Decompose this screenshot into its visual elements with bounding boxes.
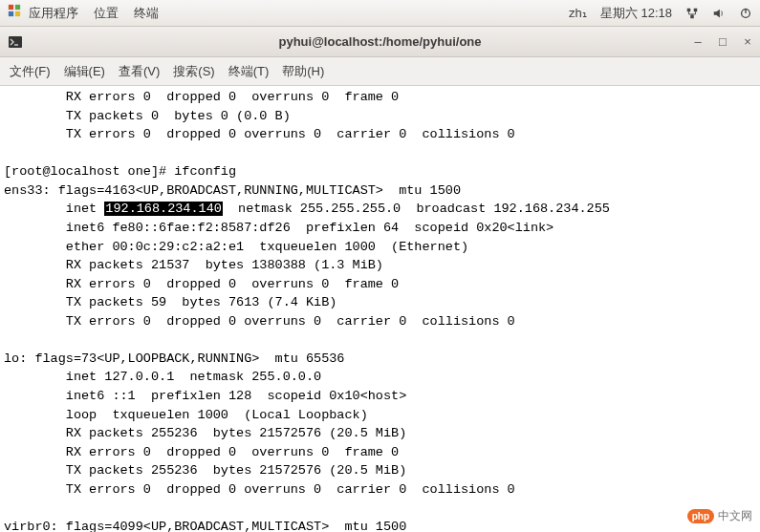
term-line: TX errors 0 dropped 0 overruns 0 carrier… bbox=[4, 482, 515, 497]
svg-rect-9 bbox=[9, 36, 22, 48]
menu-help[interactable]: 帮助(H) bbox=[282, 63, 324, 80]
places-menu[interactable]: 位置 bbox=[94, 5, 119, 22]
term-line: inet6 fe80::6fae:f2:8587:df26 prefixlen … bbox=[4, 221, 554, 235]
selected-ip: 192.168.234.140 bbox=[104, 202, 223, 216]
menu-terminal[interactable]: 终端(T) bbox=[228, 63, 270, 80]
power-icon[interactable] bbox=[739, 7, 752, 20]
volume-icon[interactable] bbox=[712, 7, 726, 20]
term-line: TX packets 59 bytes 7613 (7.4 KiB) bbox=[4, 295, 337, 309]
term-line: RX packets 255236 bytes 21572576 (20.5 M… bbox=[4, 426, 406, 440]
term-line: loop txqueuelen 1000 (Local Loopback) bbox=[4, 408, 368, 422]
term-line: RX packets 21537 bytes 1380388 (1.3 MiB) bbox=[4, 258, 383, 272]
window-controls: – □ × bbox=[691, 34, 754, 49]
svg-rect-3 bbox=[15, 11, 20, 16]
term-line: RX errors 0 dropped 0 overruns 0 frame 0 bbox=[4, 445, 399, 459]
close-button[interactable]: × bbox=[741, 34, 754, 49]
network-icon[interactable] bbox=[685, 7, 699, 20]
applications-label: 应用程序 bbox=[29, 6, 78, 20]
panel-left: 应用程序 位置 终端 bbox=[8, 4, 159, 22]
term-text: netmask 255.255.255.0 broadcast 192.168.… bbox=[223, 202, 610, 216]
term-line: virbr0: flags=4099<UP,BROADCAST,MULTICAS… bbox=[4, 520, 406, 532]
svg-rect-0 bbox=[9, 5, 13, 10]
svg-rect-4 bbox=[687, 8, 691, 11]
distro-logo-icon bbox=[8, 4, 21, 17]
ime-indicator[interactable]: zh₁ bbox=[569, 6, 587, 20]
term-line: inet 127.0.0.1 netmask 255.0.0.0 bbox=[4, 370, 321, 384]
minimize-button[interactable]: – bbox=[691, 34, 705, 49]
clock[interactable]: 星期六 12:18 bbox=[600, 5, 672, 22]
terminal-menubar: 文件(F) 编辑(E) 查看(V) 搜索(S) 终端(T) 帮助(H) bbox=[0, 57, 760, 86]
term-line: inet6 ::1 prefixlen 128 scopeid 0x10<hos… bbox=[4, 389, 406, 403]
term-line: TX errors 0 dropped 0 overruns 0 carrier… bbox=[4, 127, 515, 141]
active-app-label[interactable]: 终端 bbox=[134, 5, 159, 22]
desktop-top-panel: 应用程序 位置 终端 zh₁ 星期六 12:18 bbox=[0, 0, 760, 27]
menu-view[interactable]: 查看(V) bbox=[119, 63, 160, 80]
term-line: inet 192.168.234.140 netmask 255.255.255… bbox=[4, 202, 610, 216]
watermark-badge: php bbox=[687, 509, 714, 523]
svg-rect-5 bbox=[694, 8, 698, 11]
window-titlebar[interactable]: pyhui@localhost:/home/pyhui/one – □ × bbox=[0, 27, 760, 57]
term-line: TX packets 255236 bytes 21572576 (20.5 M… bbox=[4, 463, 406, 478]
applications-menu[interactable]: 应用程序 bbox=[8, 4, 78, 22]
terminal-app-icon bbox=[8, 34, 23, 50]
term-prompt-line: [root@localhost one]# ifconfig bbox=[4, 164, 236, 179]
svg-rect-2 bbox=[9, 11, 13, 16]
term-line: ens33: flags=4163<UP,BROADCAST,RUNNING,M… bbox=[4, 183, 461, 198]
term-line: TX errors 0 dropped 0 overruns 0 carrier… bbox=[4, 314, 515, 329]
terminal-output[interactable]: RX errors 0 dropped 0 overruns 0 frame 0… bbox=[0, 86, 760, 532]
term-line: RX errors 0 dropped 0 overruns 0 frame 0 bbox=[4, 277, 399, 291]
menu-search[interactable]: 搜索(S) bbox=[173, 63, 214, 80]
term-line: lo: flags=73<UP,LOOPBACK,RUNNING> mtu 65… bbox=[4, 351, 344, 366]
term-line: ether 00:0c:29:c2:a2:e1 txqueuelen 1000 … bbox=[4, 240, 468, 254]
maximize-button[interactable]: □ bbox=[716, 34, 729, 49]
watermark: php 中文网 bbox=[684, 506, 756, 526]
window-title: pyhui@localhost:/home/pyhui/one bbox=[278, 34, 481, 49]
watermark-text: 中文网 bbox=[718, 508, 752, 524]
menu-file[interactable]: 文件(F) bbox=[10, 63, 51, 80]
menu-edit[interactable]: 编辑(E) bbox=[64, 63, 105, 80]
term-line: TX packets 0 bytes 0 (0.0 B) bbox=[4, 109, 291, 123]
term-text: inet bbox=[4, 202, 104, 216]
panel-right: zh₁ 星期六 12:18 bbox=[569, 5, 752, 22]
svg-rect-1 bbox=[15, 5, 20, 10]
term-line: RX errors 0 dropped 0 overruns 0 frame 0 bbox=[4, 90, 399, 104]
